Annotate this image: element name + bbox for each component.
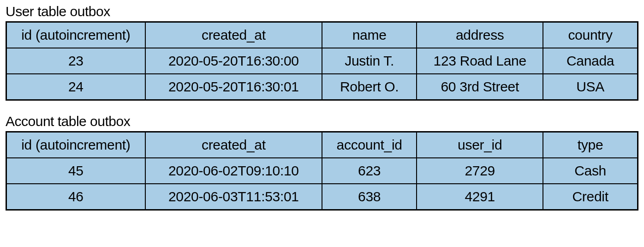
- cell-address: 60 3rd Street: [417, 74, 543, 100]
- cell-id: 23: [6, 48, 145, 74]
- column-header: user_id: [417, 132, 543, 158]
- column-header: created_at: [145, 22, 322, 48]
- cell-id: 24: [6, 74, 145, 100]
- account-table-section: Account table outbox id (autoincrement) …: [6, 114, 638, 211]
- account-table: id (autoincrement) created_at account_id…: [6, 131, 638, 211]
- cell-address: 123 Road Lane: [417, 48, 543, 74]
- table-row: 23 2020-05-20T16:30:00 Justin T. 123 Roa…: [6, 48, 638, 74]
- cell-user-id: 2729: [417, 158, 543, 184]
- column-header: id (autoincrement): [6, 22, 145, 48]
- table-header-row: id (autoincrement) created_at account_id…: [6, 132, 638, 158]
- cell-type: Credit: [543, 184, 638, 210]
- cell-created-at: 2020-06-02T09:10:10: [145, 158, 322, 184]
- cell-created-at: 2020-06-03T11:53:01: [145, 184, 322, 210]
- account-table-title: Account table outbox: [6, 114, 638, 129]
- table-row: 24 2020-05-20T16:30:01 Robert O. 60 3rd …: [6, 74, 638, 100]
- table-row: 45 2020-06-02T09:10:10 623 2729 Cash: [6, 158, 638, 184]
- cell-user-id: 4291: [417, 184, 543, 210]
- column-header: created_at: [145, 132, 322, 158]
- user-table: id (autoincrement) created_at name addre…: [6, 21, 638, 101]
- column-header: type: [543, 132, 638, 158]
- table-row: 46 2020-06-03T11:53:01 638 4291 Credit: [6, 184, 638, 210]
- cell-name: Robert O.: [322, 74, 417, 100]
- cell-id: 46: [6, 184, 145, 210]
- user-table-title: User table outbox: [6, 4, 638, 19]
- cell-type: Cash: [543, 158, 638, 184]
- column-header: name: [322, 22, 417, 48]
- column-header: address: [417, 22, 543, 48]
- cell-account-id: 623: [322, 158, 417, 184]
- cell-account-id: 638: [322, 184, 417, 210]
- column-header: country: [543, 22, 638, 48]
- cell-created-at: 2020-05-20T16:30:00: [145, 48, 322, 74]
- column-header: account_id: [322, 132, 417, 158]
- cell-id: 45: [6, 158, 145, 184]
- cell-created-at: 2020-05-20T16:30:01: [145, 74, 322, 100]
- cell-country: USA: [543, 74, 638, 100]
- column-header: id (autoincrement): [6, 132, 145, 158]
- user-table-section: User table outbox id (autoincrement) cre…: [6, 4, 638, 101]
- cell-country: Canada: [543, 48, 638, 74]
- cell-name: Justin T.: [322, 48, 417, 74]
- table-header-row: id (autoincrement) created_at name addre…: [6, 22, 638, 48]
